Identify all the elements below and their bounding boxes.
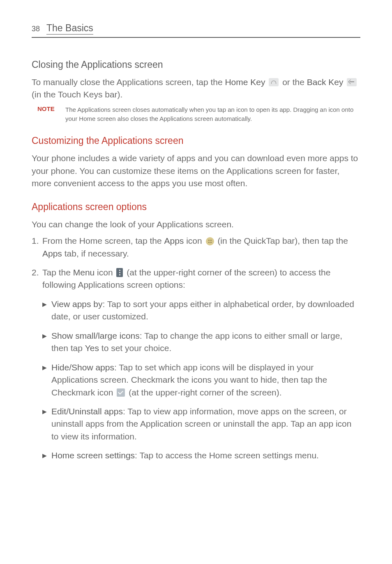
bullet-title: Home screen settings [51, 451, 135, 460]
txt: tab, if necessary. [62, 249, 129, 258]
back-key-icon [347, 78, 357, 86]
bullet-text: Home screen settings: Tap to access the … [51, 449, 319, 462]
bullet-title: Show small/large icons [51, 331, 140, 340]
triangle-bullet-icon: ▶ [42, 298, 51, 323]
triangle-bullet-icon: ▶ [42, 405, 51, 443]
yes-label: Yes [85, 343, 99, 353]
heading-options: Applications screen options [32, 201, 360, 213]
bullet-text: View apps by: Tap to sort your apps eith… [51, 298, 360, 323]
manual-page: 38 The Basics Closing the Applications s… [0, 0, 392, 493]
bullet-view-apps-by: ▶ View apps by: Tap to sort your apps ei… [32, 298, 360, 323]
bullet-edit-uninstall: ▶ Edit/Uninstall apps: Tap to view app i… [32, 405, 360, 443]
note-label: NOTE [37, 105, 65, 123]
bullet-hide-show: ▶ Hide/Show apps: Tap to set which app i… [32, 361, 360, 399]
options-intro: You can change the look of your Applicat… [32, 218, 360, 231]
home-key-icon [269, 78, 279, 86]
bullet-text: Hide/Show apps: Tap to set which app ico… [51, 361, 360, 399]
txt: icon [184, 236, 204, 245]
step-text: Tap the Menu icon (at the upper-right co… [42, 266, 360, 291]
back-key-label: Back Key [307, 77, 344, 87]
txt: to set your choice. [99, 343, 171, 353]
txt: or the [280, 77, 307, 87]
step-text: From the Home screen, tap the Apps icon … [42, 235, 360, 260]
home-key-label: Home Key [225, 77, 265, 87]
bullet-title: Edit/Uninstall apps [51, 407, 123, 416]
note-block: NOTE The Applications screen closes auto… [37, 105, 360, 123]
txt: (at the upper-right corner of the screen… [126, 388, 281, 397]
txt: From the Home screen, tap the [42, 236, 164, 245]
heading-customizing: Customizing the Applications screen [32, 135, 360, 146]
closing-paragraph: To manually close the Applications scree… [32, 76, 360, 101]
note-text: The Applications screen closes automatic… [65, 105, 360, 123]
apps-label: Apps [164, 236, 184, 245]
step-2: 2. Tap the Menu icon (at the upper-right… [32, 266, 360, 291]
triangle-bullet-icon: ▶ [42, 361, 51, 399]
page-header: 38 The Basics [32, 23, 360, 38]
txt: icon [95, 268, 115, 277]
page-number: 38 [32, 25, 40, 33]
triangle-bullet-icon: ▶ [42, 330, 51, 355]
header-title: The Basics [46, 23, 93, 35]
bullet-text: Edit/Uninstall apps: Tap to view app inf… [51, 405, 360, 443]
step-marker: 1. [32, 235, 42, 260]
bullet-text: Show small/large icons: Tap to change th… [51, 330, 360, 355]
apps-tab-label: Apps [42, 249, 62, 258]
bullet-show-icons: ▶ Show small/large icons: Tap to change … [32, 330, 360, 355]
bullet-title: Hide/Show apps [51, 363, 114, 372]
step-1: 1. From the Home screen, tap the Apps ic… [32, 235, 360, 260]
txt: : Tap to access the Home screen settings… [135, 451, 319, 460]
triangle-bullet-icon: ▶ [42, 449, 51, 462]
txt: Tap the [42, 268, 73, 277]
txt: (in the QuickTap bar), then tap the [215, 236, 348, 245]
checkmark-icon [117, 388, 125, 397]
apps-icon [206, 237, 214, 245]
bullet-title: View apps by [51, 299, 103, 309]
txt: To manually close the Applications scree… [32, 77, 225, 87]
menu-icon [116, 268, 123, 277]
customizing-paragraph: Your phone includes a wide variety of ap… [32, 152, 360, 190]
heading-closing: Closing the Applications screen [32, 59, 360, 70]
menu-label: Menu [73, 268, 95, 277]
step-marker: 2. [32, 266, 42, 291]
bullet-home-settings: ▶ Home screen settings: Tap to access th… [32, 449, 360, 462]
txt: (in the Touch Keys bar). [32, 90, 122, 99]
